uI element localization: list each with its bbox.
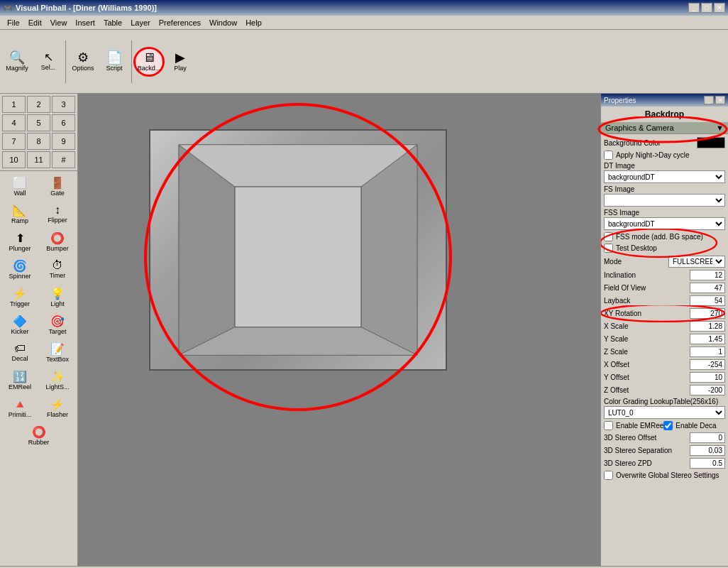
lightstrip-tool[interactable]: ✨ LightS... bbox=[39, 366, 76, 393]
title-controls[interactable]: _ □ ✕ bbox=[688, 3, 725, 13]
gate-label: Gate bbox=[50, 190, 65, 197]
enable-emree-checkbox[interactable] bbox=[604, 421, 613, 430]
overwrite-global-checkbox[interactable] bbox=[604, 471, 613, 480]
menu-table[interactable]: Table bbox=[99, 17, 126, 28]
test-desktop-label: Test Desktop bbox=[616, 244, 725, 252]
maximize-btn[interactable]: □ bbox=[701, 3, 712, 13]
textbox-tool[interactable]: 📝 TextBox bbox=[39, 339, 76, 366]
props-graphics-tab[interactable]: Graphics & Camera ▼ bbox=[601, 122, 728, 134]
fs-image-select[interactable] bbox=[604, 194, 725, 207]
light-tool[interactable]: 💡 Light bbox=[39, 283, 76, 310]
rubber-tool[interactable]: ⭕ Rubber bbox=[1, 422, 76, 449]
props-minimize[interactable]: _ bbox=[704, 96, 714, 104]
z-scale-label: Z Scale bbox=[604, 348, 690, 356]
primitii-tool[interactable]: 🔺 Primiti... bbox=[1, 394, 38, 421]
timer-icon: ⏱ bbox=[52, 259, 63, 272]
z-scale-row: Z Scale bbox=[604, 346, 725, 357]
canvas-area[interactable] bbox=[78, 94, 600, 566]
num-6[interactable]: 6 bbox=[52, 114, 75, 131]
menu-window[interactable]: Window bbox=[205, 17, 241, 28]
fss-mode-checkbox[interactable] bbox=[604, 232, 613, 241]
ramp-tool[interactable]: 📐 Ramp bbox=[1, 200, 38, 227]
menu-insert[interactable]: Insert bbox=[71, 17, 99, 28]
enable-deca-checkbox[interactable] bbox=[663, 421, 673, 430]
num-3[interactable]: 3 bbox=[52, 96, 75, 113]
menu-layer[interactable]: Layer bbox=[126, 17, 155, 28]
menu-file[interactable]: File bbox=[3, 17, 24, 28]
z-scale-input[interactable] bbox=[690, 346, 725, 357]
backdrop-label: Backd... bbox=[138, 65, 161, 72]
fss-image-row: FSS Image backgroundDT bbox=[604, 209, 725, 230]
stereo-offset-input[interactable] bbox=[690, 432, 725, 443]
minimize-btn[interactable]: _ bbox=[688, 3, 700, 13]
stereo-sep-input[interactable] bbox=[690, 445, 725, 456]
x-scale-input[interactable] bbox=[690, 321, 725, 332]
num-11[interactable]: 11 bbox=[27, 151, 50, 168]
close-btn[interactable]: ✕ bbox=[714, 3, 725, 13]
y-offset-input[interactable] bbox=[690, 372, 725, 383]
kicker-tool[interactable]: 🔷 Kicker bbox=[1, 311, 38, 338]
num-5[interactable]: 5 bbox=[27, 114, 50, 131]
night-day-checkbox[interactable] bbox=[604, 151, 613, 160]
backdrop-tool[interactable]: 🖥 Backd... bbox=[133, 47, 165, 77]
props-backdrop-title: Backdrop bbox=[601, 106, 728, 122]
wall-icon: ⬜ bbox=[13, 176, 27, 190]
magnify-tool[interactable]: 🔍 Magnify bbox=[1, 47, 33, 77]
fov-input[interactable] bbox=[690, 283, 725, 293]
inclination-label: Inclination bbox=[604, 271, 690, 279]
trigger-tool[interactable]: ⚡ Trigger bbox=[1, 283, 38, 310]
dt-image-select[interactable]: backgroundDT bbox=[604, 170, 725, 183]
inclination-input[interactable] bbox=[690, 270, 725, 280]
menu-edit[interactable]: Edit bbox=[24, 17, 46, 28]
num-1[interactable]: 1 bbox=[2, 96, 26, 113]
bumper-tool[interactable]: ⭕ Bumper bbox=[39, 228, 76, 255]
num-hash[interactable]: # bbox=[52, 151, 75, 168]
emreel-tool[interactable]: 🔢 EMReel bbox=[1, 366, 38, 393]
bg-color-row: Background Color bbox=[604, 137, 725, 148]
x-offset-input[interactable] bbox=[690, 359, 725, 370]
mode-select[interactable]: FULLSCREEN bbox=[668, 256, 725, 268]
fss-image-select[interactable]: backgroundDT bbox=[604, 217, 725, 230]
num-8[interactable]: 8 bbox=[27, 133, 50, 150]
target-tool[interactable]: 🎯 Target bbox=[39, 311, 76, 338]
spinner-tool[interactable]: 🌀 Spinner bbox=[1, 256, 38, 283]
layback-input[interactable] bbox=[690, 295, 725, 306]
menu-preferences[interactable]: Preferences bbox=[155, 17, 205, 28]
flasher-tool[interactable]: ⚡ Flasher bbox=[39, 394, 76, 421]
z-offset-input[interactable] bbox=[690, 385, 725, 395]
num-10[interactable]: 10 bbox=[2, 151, 26, 168]
select-tool[interactable]: ↖ Sel... bbox=[33, 47, 64, 77]
script-tool[interactable]: 📄 Script bbox=[99, 47, 130, 77]
timer-tool[interactable]: ⏱ Timer bbox=[39, 256, 76, 283]
menu-help[interactable]: Help bbox=[241, 17, 266, 28]
decal-tool[interactable]: 🏷 Decal bbox=[1, 339, 38, 366]
select-icon: ↖ bbox=[44, 52, 53, 63]
select-label: Sel... bbox=[41, 64, 56, 71]
wall-tool[interactable]: ⬜ Wall bbox=[1, 173, 38, 200]
y-scale-input[interactable] bbox=[690, 334, 725, 344]
dt-image-row: DT Image backgroundDT bbox=[604, 162, 725, 183]
stereo-zpd-input[interactable] bbox=[690, 458, 725, 469]
props-close[interactable]: ✕ bbox=[715, 96, 725, 104]
menu-view[interactable]: View bbox=[46, 17, 72, 28]
flipper-tool[interactable]: ↕ Flipper bbox=[39, 200, 76, 227]
light-label: Light bbox=[50, 300, 65, 307]
plunger-tool[interactable]: ⬆ Plunger bbox=[1, 228, 38, 255]
play-tool[interactable]: ▶ Play bbox=[165, 47, 196, 77]
stereo-sep-label: 3D Stereo Separation bbox=[604, 447, 690, 454]
color-grading-row: Color Grading LookupTable(256x16) LUT0_0 bbox=[604, 398, 725, 419]
gate-tool[interactable]: 🚪 Gate bbox=[39, 173, 76, 200]
options-tool[interactable]: ⚙ Options bbox=[67, 47, 99, 77]
num-7[interactable]: 7 bbox=[2, 133, 26, 150]
target-icon: 🎯 bbox=[50, 315, 65, 328]
num-2[interactable]: 2 bbox=[27, 96, 50, 113]
color-grading-select[interactable]: LUT0_0 bbox=[604, 406, 725, 419]
layback-row: Layback bbox=[604, 295, 725, 306]
test-desktop-checkbox[interactable] bbox=[604, 244, 613, 253]
bg-color-swatch[interactable] bbox=[697, 137, 725, 148]
num-4[interactable]: 4 bbox=[2, 114, 26, 131]
xy-rotation-row: XY Rotation bbox=[604, 308, 725, 319]
xy-rotation-input[interactable] bbox=[690, 308, 725, 319]
toolbar: 🔍 Magnify ↖ Sel... ⚙ Options 📄 Script 🖥 … bbox=[0, 30, 728, 94]
num-9[interactable]: 9 bbox=[52, 133, 75, 150]
